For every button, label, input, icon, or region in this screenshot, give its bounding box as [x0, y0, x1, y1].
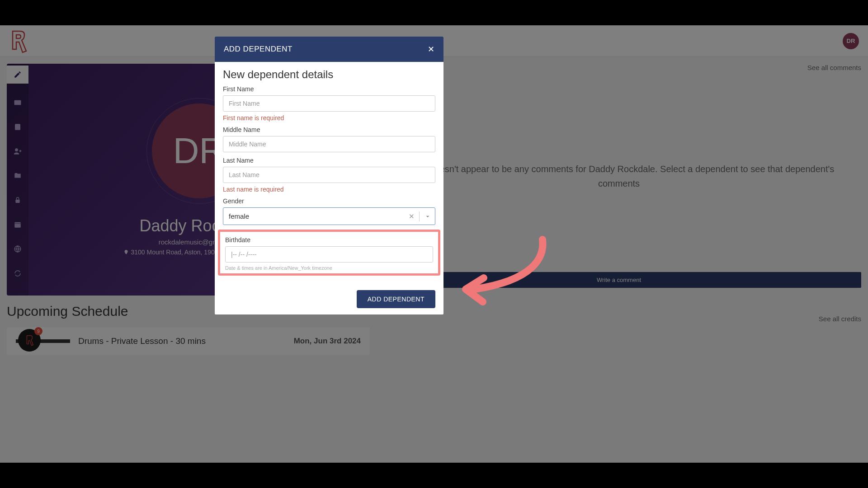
chevron-down-icon[interactable]	[424, 213, 431, 220]
middle-name-group: Middle Name	[223, 126, 435, 152]
birthdate-input[interactable]	[225, 246, 433, 263]
modal-footer: ADD DEPENDENT	[215, 284, 443, 314]
birthdate-group: Birthdate Date & times are in America/Ne…	[225, 236, 433, 271]
modal-subtitle: New dependent details	[223, 68, 435, 81]
gender-label: Gender	[223, 197, 435, 205]
add-dependent-button[interactable]: ADD DEPENDENT	[357, 290, 435, 308]
first-name-input[interactable]	[223, 95, 435, 112]
timezone-note: Date & times are in America/New_York tim…	[225, 265, 433, 271]
clear-icon[interactable]: ✕	[409, 212, 415, 221]
first-name-group: First Name First name is required	[223, 85, 435, 122]
middle-name-label: Middle Name	[223, 126, 435, 133]
modal-header: ADD DEPENDENT ✕	[215, 37, 443, 62]
birthdate-highlight: Birthdate Date & times are in America/Ne…	[218, 230, 440, 276]
add-dependent-modal: ADD DEPENDENT ✕ New dependent details Fi…	[215, 37, 443, 314]
last-name-label: Last Name	[223, 157, 435, 164]
first-name-label: First Name	[223, 85, 435, 93]
select-divider	[419, 211, 420, 221]
modal-title: ADD DEPENDENT	[224, 45, 292, 54]
last-name-group: Last Name Last name is required	[223, 157, 435, 193]
middle-name-input[interactable]	[223, 136, 435, 152]
last-name-input[interactable]	[223, 167, 435, 183]
gender-group: Gender female ✕	[223, 197, 435, 225]
birthdate-label: Birthdate	[225, 236, 433, 244]
last-name-error: Last name is required	[223, 186, 435, 193]
gender-value: female	[223, 208, 435, 225]
modal-body: New dependent details First Name First n…	[215, 62, 443, 284]
close-icon[interactable]: ✕	[428, 44, 434, 54]
first-name-error: First name is required	[223, 114, 435, 122]
gender-select[interactable]: female ✕	[223, 207, 435, 225]
